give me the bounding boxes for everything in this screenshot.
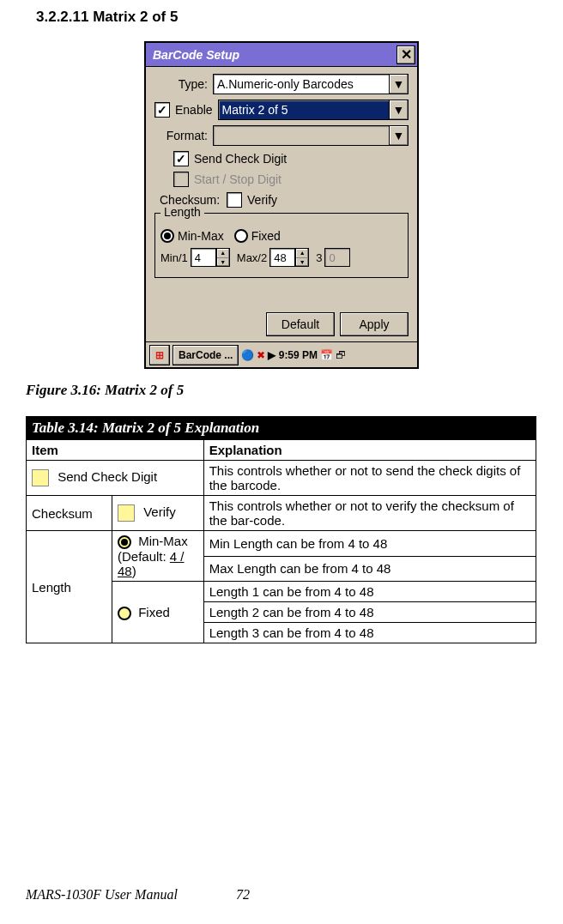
table-cell: Max Length can be from 4 to 48 xyxy=(203,556,536,582)
tray-icon: 🗗 xyxy=(336,349,346,361)
format-label: Format: xyxy=(154,129,208,142)
window-title: BarCode Setup xyxy=(153,48,239,62)
send-check-digit-checkbox[interactable]: ✓ xyxy=(173,151,189,166)
table-cell: Length xyxy=(27,531,112,643)
barcode-setup-window: BarCode Setup ✕ Type: A.Numeric-only Bar… xyxy=(144,41,419,369)
figure-caption: Figure 3.16: Matrix 2 of 5 xyxy=(26,382,537,399)
max2-input[interactable]: 48 xyxy=(269,248,295,267)
table-cell: Length 3 can be from 4 to 48 xyxy=(203,623,536,643)
table-cell: Verify xyxy=(112,496,204,531)
tray-icon: 🔵 xyxy=(241,349,254,361)
table-cell: Fixed xyxy=(112,582,204,643)
default-button[interactable]: Default xyxy=(266,312,335,336)
fixed-label: Fixed xyxy=(251,229,281,243)
table-cell: Checksum xyxy=(27,496,112,531)
length-legend: Length xyxy=(160,205,204,219)
table-header-explanation: Explanation xyxy=(203,440,536,461)
footer-page-number: 72 xyxy=(236,887,250,903)
table-cell: Min Length can be from 4 to 48 xyxy=(203,531,536,557)
chevron-down-icon: ▼ xyxy=(389,100,408,119)
table-header-item: Item xyxy=(27,440,204,461)
explanation-table: Table 3.14: Matrix 2 of 5 Explanation It… xyxy=(26,416,536,643)
footer-manual-name: MARS-1030F User Manual xyxy=(26,887,178,903)
screenshot-container: BarCode Setup ✕ Type: A.Numeric-only Bar… xyxy=(26,41,537,369)
table-cell: Send Check Digit xyxy=(27,461,204,496)
start-stop-digit-label: Start / Stop Digit xyxy=(194,172,282,186)
verify-label: Verify xyxy=(247,193,277,207)
fixed-radio[interactable] xyxy=(234,229,248,243)
table-cell: This controls whether or not to verify t… xyxy=(203,496,536,531)
apply-button[interactable]: Apply xyxy=(340,312,409,336)
min1-label: Min/1 xyxy=(160,251,188,264)
enable-value: Matrix 2 of 5 xyxy=(222,103,288,117)
taskbar-app-button[interactable]: BarCode ... xyxy=(173,345,239,365)
chevron-down-icon: ▼ xyxy=(389,75,408,94)
radio-selected-icon xyxy=(118,535,131,549)
three-label: 3 xyxy=(316,251,322,264)
section-heading: 3.2.2.11 Matrix 2 of 5 xyxy=(36,9,537,26)
minmax-label: Min-Max xyxy=(178,229,224,243)
tray-icon: ✖ xyxy=(257,349,265,361)
radio-icon xyxy=(118,607,131,620)
taskbar: ⊞ BarCode ... 🔵 ✖ ▶ 9:59 PM 📅 🗗 xyxy=(146,341,417,367)
checkbox-icon xyxy=(32,469,49,486)
minmax-radio[interactable] xyxy=(160,229,174,243)
table-cell: Length 1 can be from 4 to 48 xyxy=(203,582,536,602)
type-label: Type: xyxy=(154,77,208,91)
taskbar-clock: ▶ 9:59 PM xyxy=(268,349,318,361)
windows-icon: ⊞ xyxy=(155,349,164,361)
send-check-digit-label: Send Check Digit xyxy=(194,152,287,166)
min1-spinner[interactable]: ▲▼ xyxy=(216,248,230,267)
max2-spinner[interactable]: ▲▼ xyxy=(295,248,309,267)
checkbox-icon xyxy=(118,504,135,522)
close-button[interactable]: ✕ xyxy=(397,45,415,64)
enable-dropdown[interactable]: Matrix 2 of 5 ▼ xyxy=(218,100,409,120)
tray-icon: 📅 xyxy=(320,349,333,361)
table-title: Table 3.14: Matrix 2 of 5 Explanation xyxy=(27,417,536,440)
close-icon: ✕ xyxy=(401,46,412,63)
three-input: 0 xyxy=(324,248,350,267)
start-stop-digit-checkbox xyxy=(173,172,189,187)
type-value: A.Numeric-only Barcodes xyxy=(217,77,354,91)
length-fieldset: Length Min-Max Fixed Min/1 4 ▲▼ Max/2 48… xyxy=(154,213,409,278)
start-button[interactable]: ⊞ xyxy=(149,345,170,365)
table-cell: Length 2 can be from 4 to 48 xyxy=(203,602,536,623)
verify-checkbox[interactable] xyxy=(227,192,242,208)
enable-checkbox[interactable]: ✓ xyxy=(154,102,170,118)
max2-label: Max/2 xyxy=(237,251,267,264)
format-dropdown: ▼ xyxy=(213,125,409,146)
form-area: Type: A.Numeric-only Barcodes ▼ ✓ Enable… xyxy=(146,67,417,341)
titlebar: BarCode Setup ✕ xyxy=(146,43,417,67)
enable-label: Enable xyxy=(175,103,213,117)
min1-input[interactable]: 4 xyxy=(191,248,216,267)
type-dropdown[interactable]: A.Numeric-only Barcodes ▼ xyxy=(213,74,409,94)
chevron-down-icon: ▼ xyxy=(389,126,408,145)
table-cell: Min-Max (Default: 4 / 48) xyxy=(112,531,204,582)
table-cell: This controls whether or not to send the… xyxy=(203,461,536,496)
